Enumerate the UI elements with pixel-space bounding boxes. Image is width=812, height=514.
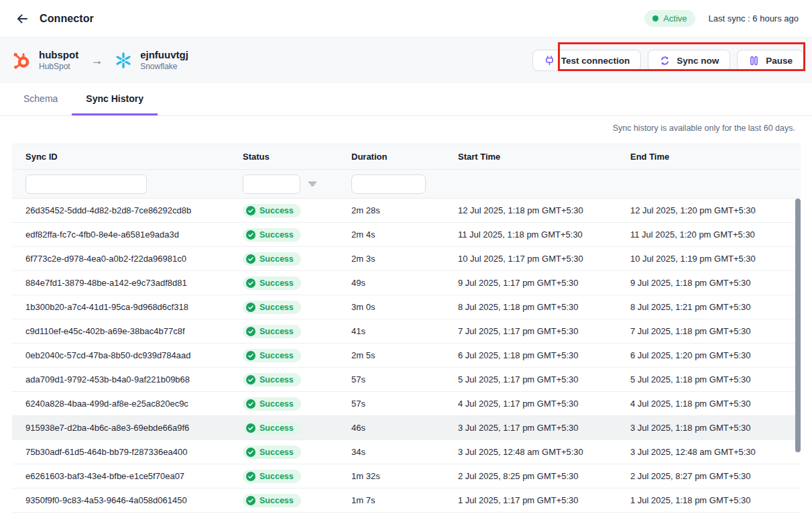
- end-time-cell: 7 Jul 2025, 1:18 pm GMT+5:30: [630, 326, 801, 336]
- status-badge: Success: [243, 349, 301, 362]
- table-row[interactable]: 75b30adf-61d5-464b-bb79-f287336ea400Succ…: [12, 440, 801, 464]
- status-cell: Success: [243, 446, 351, 459]
- test-connection-button[interactable]: Test connection: [532, 50, 642, 71]
- sync-id-cell: 75b30adf-61d5-464b-bb79-f287336ea400: [25, 447, 243, 457]
- status-badge-label: Success: [259, 423, 294, 433]
- table-row[interactable]: ada709d1-9792-453b-b4a0-9af221b09b68Succ…: [12, 368, 801, 392]
- status-badge-label: Success: [259, 351, 294, 360]
- tab-sync-history[interactable]: Sync History: [72, 83, 158, 115]
- start-time-cell: 5 Jul 2025, 1:17 pm GMT+5:30: [458, 374, 630, 384]
- duration-filter-input[interactable]: [351, 174, 426, 194]
- duration-cell: 2m 3s: [351, 254, 458, 264]
- status-badge-label: Success: [259, 303, 294, 312]
- sync-id-cell: 0eb2040c-57cd-47ba-8b50-dc939d784aad: [25, 350, 243, 360]
- status-cell: Success: [243, 276, 351, 290]
- duration-cell: 2m 4s: [351, 229, 458, 240]
- status-badge: Success: [243, 494, 301, 507]
- status-cell: Success: [243, 301, 351, 314]
- duration-cell: 2m 28s: [351, 205, 458, 215]
- duration-cell: 2m 5s: [351, 350, 458, 360]
- end-time-cell: 12 Jul 2025, 1:20 pm GMT+5:30: [630, 205, 801, 215]
- status-badge-label: Success: [259, 399, 294, 409]
- duration-cell: 41s: [351, 326, 458, 336]
- active-dot-icon: [652, 15, 658, 21]
- status-badge: Success: [243, 204, 301, 217]
- top-bar: Connector Active Last sync : 6 hours ago: [0, 0, 812, 38]
- sync-id-filter-input[interactable]: [25, 174, 147, 194]
- start-time-cell: 7 Jul 2025, 1:17 pm GMT+5:30: [458, 326, 630, 336]
- connector-actions: Test connection Sync now Pause: [532, 50, 804, 71]
- sync-now-button[interactable]: Sync now: [648, 50, 730, 71]
- check-circle-icon: [246, 351, 255, 360]
- table-row[interactable]: 884e7fd1-3879-48be-a142-e9c73adf8d81Succ…: [12, 271, 801, 295]
- status-badge-label: Success: [259, 254, 294, 264]
- sync-id-cell: 9350f9f0-9c83-4a53-9646-4a058d061450: [25, 495, 243, 505]
- status-badge-label: Success: [259, 206, 294, 215]
- check-circle-icon: [246, 448, 255, 457]
- sync-history-table: Sync ID Status Duration Start Time End T…: [12, 144, 801, 513]
- hubspot-logo-icon: [12, 51, 31, 70]
- status-filter-input[interactable]: [243, 174, 300, 194]
- pause-label: Pause: [766, 56, 793, 66]
- check-circle-icon: [246, 303, 255, 312]
- table-row[interactable]: 915938e7-d2ba-4b6c-a8e3-69ebde66a9f6Succ…: [12, 416, 801, 440]
- duration-cell: 57s: [351, 399, 458, 409]
- column-header-sync-id: Sync ID: [25, 152, 243, 162]
- end-time-cell: 5 Jul 2025, 1:18 pm GMT+5:30: [630, 374, 801, 384]
- status-cell: Success: [243, 494, 351, 507]
- scrollbar-thumb[interactable]: [795, 199, 801, 452]
- status-badge: Success: [243, 470, 301, 483]
- status-cell: Success: [243, 421, 351, 435]
- end-time-cell: 11 Jul 2025, 1:20 pm GMT+5:30: [630, 229, 801, 240]
- check-circle-icon: [246, 278, 255, 288]
- sync-refresh-icon: [659, 55, 671, 66]
- check-circle-icon: [246, 472, 255, 481]
- table-filter-row: [12, 169, 801, 199]
- start-time-cell: 6 Jul 2025, 1:18 pm GMT+5:30: [458, 350, 630, 360]
- table-header-row: Sync ID Status Duration Start Time End T…: [12, 144, 801, 169]
- destination-endpoint: ejnfuuvtgj Snowflake: [115, 49, 188, 72]
- table-row[interactable]: c9d110ef-e45c-402b-a69e-38bac4b77c8fSucc…: [12, 319, 801, 344]
- check-circle-icon: [246, 423, 255, 433]
- sync-id-cell: c9d110ef-e45c-402b-a69e-38bac4b77c8f: [25, 326, 243, 336]
- start-time-cell: 3 Jul 2025, 1:17 pm GMT+5:30: [458, 423, 630, 433]
- table-row[interactable]: 9350f9f0-9c83-4a53-9646-4a058d061450Succ…: [12, 489, 801, 513]
- check-circle-icon: [246, 230, 255, 240]
- check-circle-icon: [246, 496, 255, 505]
- table-row[interactable]: e6261603-baf3-43e4-bfbe-e1ce5f70ea07Succ…: [12, 464, 801, 489]
- status-cell: Success: [243, 349, 351, 362]
- table-row[interactable]: 26d35452-5ddd-4d82-b2d8-7ce86292cd8bSucc…: [12, 199, 801, 223]
- pause-button[interactable]: Pause: [737, 50, 804, 71]
- table-body: 26d35452-5ddd-4d82-b2d8-7ce86292cd8bSucc…: [12, 199, 801, 513]
- table-row[interactable]: 0eb2040c-57cd-47ba-8b50-dc939d784aadSucc…: [12, 344, 801, 368]
- source-name: hubspot: [39, 49, 78, 62]
- last-sync-text: Last sync : 6 hours ago: [709, 13, 799, 23]
- snowflake-logo-icon: [115, 52, 132, 69]
- start-time-cell: 10 Jul 2025, 1:17 pm GMT+5:30: [458, 254, 630, 264]
- sync-id-cell: 6f773c2e-d978-4ea0-a0b2-f22da96981c0: [25, 254, 243, 264]
- table-row[interactable]: 6f773c2e-d978-4ea0-a0b2-f22da96981c0Succ…: [12, 247, 801, 271]
- table-row[interactable]: 6240a828-4baa-499d-af8e-e25ac820ec9cSucc…: [12, 392, 801, 416]
- status-badge-label: Success: [259, 496, 294, 505]
- destination-name: ejnfuuvtgj: [140, 49, 188, 62]
- end-time-cell: 9 Jul 2025, 1:18 pm GMT+5:30: [630, 278, 801, 288]
- end-time-cell: 1 Jul 2025, 1:18 pm GMT+5:30: [630, 495, 801, 505]
- column-header-start-time: Start Time: [458, 152, 630, 162]
- back-button[interactable]: [13, 10, 31, 28]
- connector-strip: hubspot HubSpot → ejnfuuvtgj Snowflake: [0, 38, 812, 83]
- end-time-cell: 3 Jul 2025, 1:18 pm GMT+5:30: [630, 423, 801, 433]
- status-filter-button[interactable]: [307, 178, 318, 189]
- end-time-cell: 6 Jul 2025, 1:20 pm GMT+5:30: [630, 350, 801, 360]
- sync-now-label: Sync now: [677, 56, 719, 66]
- status-cell: Success: [243, 373, 351, 387]
- status-cell: Success: [243, 252, 351, 266]
- end-time-cell: 8 Jul 2025, 1:21 pm GMT+5:30: [630, 302, 801, 312]
- duration-cell: 1m 7s: [351, 495, 458, 505]
- start-time-cell: 4 Jul 2025, 1:17 pm GMT+5:30: [458, 399, 630, 409]
- table-row[interactable]: edf82ffa-fc7c-4fb0-8e4e-a6581e9ada3dSucc…: [12, 223, 801, 247]
- tab-schema[interactable]: Schema: [9, 83, 72, 115]
- duration-cell: 49s: [351, 278, 458, 288]
- table-row[interactable]: 1b300b20-a7c4-41d1-95ca-9d968d6cf318Succ…: [12, 295, 801, 319]
- sync-id-cell: 1b300b20-a7c4-41d1-95ca-9d968d6cf318: [25, 302, 243, 312]
- tabs-bar: Schema Sync History: [0, 83, 812, 116]
